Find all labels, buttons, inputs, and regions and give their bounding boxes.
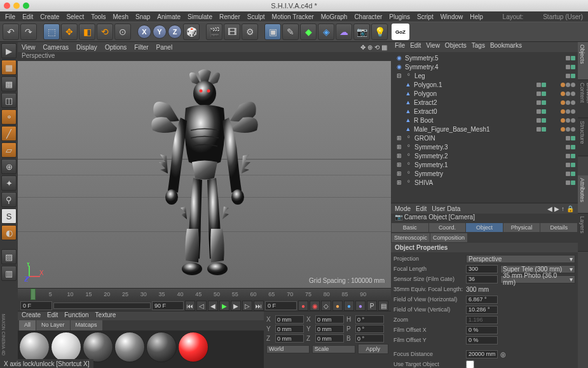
tree-item-name[interactable]: SHIVA — [414, 179, 564, 186]
visibility-dot[interactable] — [571, 136, 575, 140]
menu-mograph[interactable]: MoGraph — [318, 13, 350, 20]
material-3[interactable] — [83, 332, 113, 362]
tag-icon[interactable] — [566, 127, 570, 132]
viewport-solo[interactable]: ◐ — [1, 225, 17, 240]
timeline-range[interactable] — [53, 303, 151, 309]
tag-icon[interactable] — [566, 92, 570, 96]
visibility-dot[interactable] — [542, 127, 546, 132]
vp-filter[interactable]: Filter — [134, 44, 148, 51]
expand-icon[interactable]: ⊞ — [395, 161, 403, 168]
rtab-objects[interactable]: Objects — [578, 42, 588, 80]
visibility-dot[interactable] — [542, 109, 546, 114]
tree-item-name[interactable]: Leg — [414, 72, 564, 79]
tree-row[interactable]: ▲Polygon.1 — [392, 80, 577, 89]
coord-p[interactable] — [355, 325, 384, 333]
close-icon[interactable] — [4, 3, 10, 9]
visibility-dot[interactable] — [542, 92, 546, 96]
visibility-dot[interactable] — [537, 127, 541, 132]
axis-mode[interactable]: ⊕ — [1, 159, 17, 174]
coord-b[interactable] — [355, 334, 384, 343]
vp-nav-icon[interactable]: ✥ — [360, 44, 366, 51]
tweak-mode[interactable]: ✦ — [1, 175, 17, 191]
attr-up-icon[interactable]: ↑ — [561, 205, 564, 212]
mat-texture[interactable]: Texture — [95, 311, 116, 320]
tree-row[interactable]: ⊞⁰GROIN — [392, 133, 577, 142]
autokey-button[interactable]: ◉ — [310, 301, 320, 311]
coord-sx[interactable] — [315, 315, 344, 324]
visibility-dot[interactable] — [542, 100, 546, 105]
tag-icon[interactable] — [571, 100, 575, 105]
obj-bookmarks[interactable]: Bookmarks — [490, 42, 522, 52]
tree-row[interactable]: ◉Symmetry.5 — [392, 53, 577, 62]
key-rot[interactable]: ● — [355, 301, 366, 311]
tree-item-name[interactable]: Polygon — [414, 90, 535, 97]
obj-view[interactable]: View — [426, 42, 440, 52]
keyframe-sel[interactable]: ◇ — [321, 301, 331, 311]
attr-tab-object[interactable]: Object — [466, 223, 503, 232]
visibility-dot[interactable] — [537, 92, 541, 96]
coord-sy[interactable] — [315, 325, 344, 333]
select-tool[interactable]: ⬚ — [43, 24, 60, 40]
goto-start[interactable]: ⏮ — [185, 301, 195, 311]
rtab-content[interactable]: Content Browser — [578, 80, 588, 118]
point-mode[interactable]: ⚬ — [1, 109, 17, 125]
mat-function[interactable]: Function — [64, 311, 88, 320]
visibility-dot[interactable] — [537, 109, 541, 114]
playhead[interactable] — [31, 289, 36, 300]
film-offset-x-field[interactable] — [466, 326, 498, 334]
layout-dropdown[interactable]: Startup (User) — [540, 13, 585, 20]
visibility-dot[interactable] — [571, 154, 575, 158]
visibility-dot[interactable] — [542, 83, 546, 87]
render-view[interactable]: 🎬 — [206, 24, 222, 40]
key-scale[interactable]: ● — [344, 301, 354, 311]
tree-row[interactable]: ⊞⁰Symmetry — [392, 169, 577, 178]
tag-icon[interactable] — [571, 92, 575, 96]
tag-icon[interactable] — [571, 118, 575, 123]
menu-snap[interactable]: Snap — [133, 13, 153, 20]
tag-icon[interactable] — [571, 127, 575, 132]
sensor-preset-dropdown[interactable]: 35 mm Photo (36.0 mm)▾ — [500, 275, 575, 283]
menu-character[interactable]: Character — [352, 13, 385, 20]
obj-objects[interactable]: Objects — [445, 42, 467, 52]
menu-motiontracker[interactable]: Motion Tracker — [270, 13, 317, 20]
key-pos[interactable]: ● — [332, 301, 343, 311]
expand-icon[interactable]: ⊞ — [395, 179, 403, 186]
attr-tab-basic[interactable]: Basic — [392, 223, 428, 232]
tree-item-name[interactable]: Symmetry — [414, 170, 564, 177]
visibility-dot[interactable] — [566, 181, 570, 185]
make-editable[interactable]: ▶ — [1, 43, 17, 58]
menu-help[interactable]: Help — [467, 13, 486, 20]
environment-icon[interactable]: ☁ — [336, 24, 352, 40]
visibility-dot[interactable] — [566, 56, 570, 60]
attr-userdata[interactable]: User Data — [432, 205, 460, 212]
coord-system[interactable]: 🎲 — [183, 24, 200, 40]
menu-mesh[interactable]: Mesh — [111, 13, 131, 20]
material-2[interactable] — [51, 332, 81, 362]
key-param[interactable]: P — [367, 301, 377, 311]
attr-tab-details[interactable]: Details — [540, 223, 577, 232]
tag-icon[interactable] — [566, 109, 570, 114]
mat-edit[interactable]: Edit — [47, 311, 58, 320]
attr-tab-composition[interactable]: Composition — [430, 233, 467, 242]
primitive-cube[interactable]: ▣ — [264, 24, 281, 40]
next-frame[interactable]: ▶ — [231, 301, 241, 311]
attr-lock-icon[interactable]: 🔒 — [566, 205, 574, 212]
visibility-dot[interactable] — [566, 154, 570, 158]
deformer-icon[interactable]: ◈ — [318, 24, 334, 40]
visibility-dot[interactable] — [537, 118, 541, 123]
tag-icon[interactable] — [566, 83, 570, 87]
obj-edit[interactable]: Edit — [410, 42, 421, 52]
expand-icon[interactable]: ⊞ — [395, 143, 403, 151]
object-tree[interactable]: ◉Symmetry.5◉Symmetry.4⊟⁰Leg▲Polygon.1▲Po… — [391, 52, 578, 203]
spline-pen[interactable]: ✎ — [282, 24, 299, 40]
menu-plugins[interactable]: Plugins — [386, 13, 413, 20]
pick-focus-icon[interactable]: ◎ — [500, 351, 506, 358]
use-target-checkbox[interactable] — [466, 360, 474, 369]
tag-icon[interactable] — [561, 100, 565, 105]
visibility-dot[interactable] — [537, 100, 541, 105]
tree-row[interactable]: ▲Polygon — [392, 89, 577, 98]
tree-item-name[interactable]: Symmetry.1 — [414, 161, 564, 168]
mat-create[interactable]: Create — [22, 311, 41, 320]
frame-start-field[interactable] — [20, 301, 52, 310]
goto-end[interactable]: ⏭ — [254, 301, 264, 311]
